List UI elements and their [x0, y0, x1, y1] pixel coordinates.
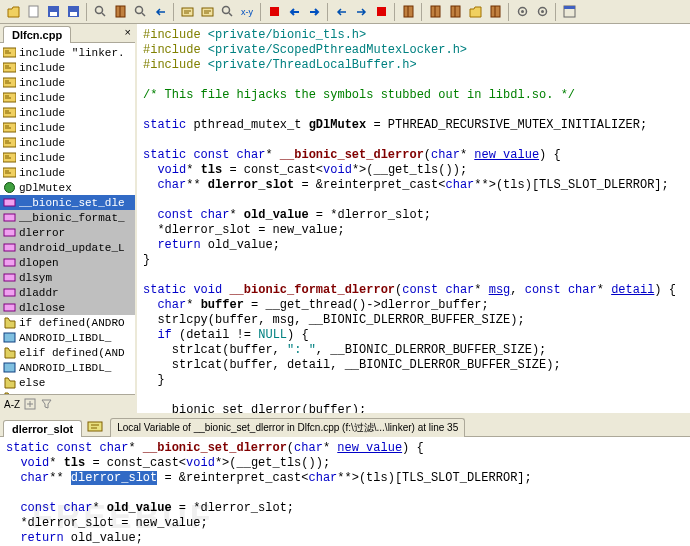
symbol-item[interactable]: dladdr [0, 285, 135, 300]
event-icon[interactable] [177, 2, 197, 22]
symbol-item[interactable]: elif defined(AND [0, 345, 135, 360]
symbol-label: dlsym [19, 272, 52, 284]
symbol-label: ANDROID_LIBDL_ [19, 362, 111, 374]
symbol-label: android_update_L [19, 242, 125, 254]
svg-point-7 [135, 7, 142, 14]
goto-symbol-icon[interactable] [217, 2, 237, 22]
context-tab[interactable]: dlerror_slot [3, 420, 82, 437]
go-back-icon[interactable] [150, 2, 170, 22]
blue-left-icon[interactable] [284, 2, 304, 22]
svg-rect-38 [4, 259, 15, 266]
svg-rect-41 [4, 304, 15, 311]
svg-rect-42 [4, 333, 15, 342]
code-editor[interactable]: #include <private/bionic_tls.h>#include … [137, 24, 690, 413]
symbol-item[interactable]: dlclose [0, 300, 135, 315]
symbol-label: include "linker. [19, 47, 125, 59]
save-icon[interactable] [43, 2, 63, 22]
symbol-item[interactable]: include [0, 60, 135, 75]
symbol-label: dlopen [19, 257, 59, 269]
symbol-label: dlerror [19, 227, 65, 239]
open-file-icon[interactable] [3, 2, 23, 22]
svg-point-5 [95, 7, 102, 14]
x-y-icon[interactable]: x-y [237, 2, 257, 22]
save-all-icon[interactable] [63, 2, 83, 22]
symbol-item[interactable]: include "linker. [0, 45, 135, 60]
svg-rect-4 [70, 12, 77, 16]
context-snippet[interactable]: static const char* __bionic_set_dlerror(… [0, 437, 690, 546]
event-ref-icon[interactable] [197, 2, 217, 22]
symbol-item[interactable]: include [0, 135, 135, 150]
symbol-item[interactable]: include [0, 105, 135, 120]
new-file-icon[interactable] [23, 2, 43, 22]
main-toolbar: x-y [0, 0, 690, 24]
symbol-label: if defined(ANDRO [19, 317, 125, 329]
symbol-item[interactable]: ANDROID_LIBDL_ [0, 330, 135, 345]
sort-az-button[interactable]: A-Z [4, 399, 20, 410]
file-tab[interactable]: Dlfcn.cpp [3, 26, 71, 43]
symbol-label: include [19, 62, 65, 74]
symbol-label: __bionic_format_ [19, 212, 125, 224]
symbol-item[interactable]: if defined(ANDRO [0, 315, 135, 330]
book2-icon[interactable] [445, 2, 465, 22]
tree-footer: A-Z [0, 394, 135, 413]
symbol-item[interactable]: __bionic_set_dle [0, 195, 135, 210]
symbol-item[interactable]: include [0, 120, 135, 135]
symbol-item[interactable]: dlerror [0, 225, 135, 240]
window-icon[interactable] [559, 2, 579, 22]
svg-rect-12 [270, 7, 279, 16]
symbol-label: dladdr [19, 287, 59, 299]
svg-rect-36 [4, 229, 15, 236]
symbol-tree[interactable]: include "linker.include include include … [0, 43, 135, 394]
symbol-item[interactable]: dlopen [0, 255, 135, 270]
blue-right-icon[interactable] [304, 2, 324, 22]
jump-icon[interactable] [130, 2, 150, 22]
lookup-icon[interactable] [90, 2, 110, 22]
symbol-item[interactable]: gDlMutex [0, 180, 135, 195]
symbol-label: include [19, 77, 65, 89]
svg-point-10 [222, 7, 229, 14]
svg-rect-43 [4, 363, 15, 372]
svg-rect-2 [50, 12, 57, 16]
browse-icon[interactable] [110, 2, 130, 22]
context-header: dlerror_slot Local Variable of __bionic_… [0, 417, 690, 437]
svg-rect-34 [4, 199, 15, 206]
filter-icon[interactable] [40, 398, 52, 410]
symbol-item[interactable]: include [0, 150, 135, 165]
book-stack-icon[interactable] [485, 2, 505, 22]
symbol-label: gDlMutex [19, 182, 72, 194]
symbol-label: include [19, 107, 65, 119]
toggle-icon[interactable] [24, 398, 36, 410]
svg-rect-35 [4, 214, 15, 221]
svg-rect-8 [182, 8, 193, 16]
bookmark-icon[interactable] [398, 2, 418, 22]
symbol-item[interactable]: include [0, 90, 135, 105]
red-box-icon[interactable] [264, 2, 284, 22]
symbol-item[interactable]: else [0, 375, 135, 390]
symbol-item[interactable]: include [0, 165, 135, 180]
symbol-label: else [19, 377, 45, 389]
symbol-item[interactable]: include [0, 75, 135, 90]
svg-rect-0 [29, 6, 38, 17]
symbol-label: include [19, 92, 65, 104]
config-icon[interactable] [532, 2, 552, 22]
close-icon[interactable]: × [125, 26, 131, 38]
symbol-item[interactable]: __bionic_format_ [0, 210, 135, 225]
svg-rect-23 [564, 6, 575, 9]
symbol-pane: Dlfcn.cpp × include "linker.include incl… [0, 24, 137, 413]
svg-rect-39 [4, 274, 15, 281]
svg-rect-13 [377, 7, 386, 16]
symbol-label: dlclose [19, 302, 65, 314]
redo-icon[interactable] [371, 2, 391, 22]
arrow-left-icon[interactable] [331, 2, 351, 22]
svg-point-19 [521, 10, 524, 13]
arrow-right-icon[interactable] [351, 2, 371, 22]
symbol-item[interactable]: dlsym [0, 270, 135, 285]
symbol-item[interactable]: android_update_L [0, 240, 135, 255]
gear-icon[interactable] [512, 2, 532, 22]
symbol-item[interactable]: ANDROID_LIBDL_ [0, 360, 135, 375]
book1-icon[interactable] [425, 2, 445, 22]
svg-rect-50 [88, 422, 102, 431]
context-pane: dlerror_slot Local Variable of __bionic_… [0, 413, 690, 546]
book-open-icon[interactable] [465, 2, 485, 22]
svg-point-33 [5, 183, 15, 193]
